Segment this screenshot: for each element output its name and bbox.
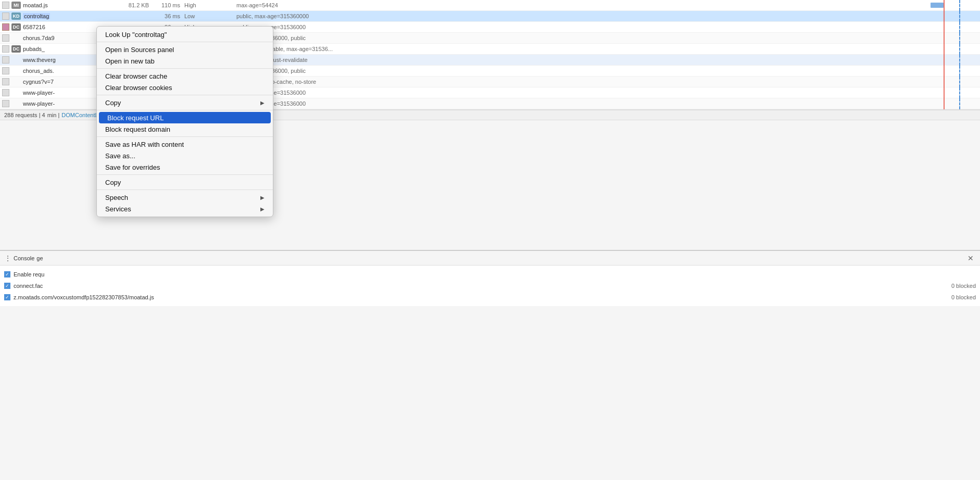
menu-separator-3	[97, 95, 273, 95]
col-waterfall	[928, 55, 980, 66]
blocked-url-0: connect.fac	[14, 283, 43, 289]
menu-item-save-as[interactable]: Save as...	[97, 150, 273, 161]
bottom-panel-header: ⋮ Console ge ✕	[0, 251, 980, 266]
menu-item-save-har[interactable]: Save as HAR with content	[97, 138, 273, 150]
col-cache: public, max-age=31536000	[234, 100, 928, 107]
col-priority: High	[182, 2, 234, 8]
waterfall-red-line	[944, 87, 945, 98]
waterfall-red-line	[944, 33, 945, 44]
menu-item-lookup[interactable]: Look Up "controltag"	[97, 29, 273, 40]
waterfall-blue-dashed	[959, 0, 960, 11]
col-waterfall	[928, 33, 980, 44]
blocked-item-left-0: connect.fac	[4, 283, 43, 289]
close-icon[interactable]: ✕	[968, 254, 974, 262]
col-waterfall	[928, 98, 980, 109]
menu-separator-7	[97, 190, 273, 190]
col-waterfall	[928, 77, 980, 87]
col-name: KD controltag	[0, 12, 115, 20]
badge-kd: KD	[11, 12, 21, 20]
menu-speech-label: Speech	[105, 194, 128, 201]
row-filename: www.theverg	[23, 57, 56, 63]
menu-copy-1-label: Copy	[105, 99, 121, 107]
menu-separator-4	[97, 110, 273, 110]
badge-dc: DC	[11, 23, 21, 31]
blocked-count-0: 0 blocked	[951, 283, 976, 289]
blocked-item-0[interactable]: connect.fac 0 blocked	[4, 280, 976, 292]
row-filename: www-player-	[23, 100, 55, 107]
menu-save-har-label: Save as HAR with content	[105, 141, 184, 148]
table-row[interactable]: KD controltag 36 ms Low public, max-age=…	[0, 11, 980, 22]
table-row[interactable]: MI moatad.js 81.2 KB 110 ms High max-age…	[0, 0, 980, 11]
blocked-count-1: 0 blocked	[951, 294, 976, 300]
menu-item-open-new-tab[interactable]: Open in new tab	[97, 55, 273, 67]
waterfall-blue-dashed	[959, 11, 960, 22]
waterfall-blue-dashed	[959, 66, 960, 77]
file-icon	[2, 45, 9, 53]
row-filename: pubads_	[23, 46, 45, 52]
waterfall-blue-dashed	[959, 33, 960, 44]
menu-item-save-overrides[interactable]: Save for overrides	[97, 161, 273, 173]
row-filename: 6587216	[23, 24, 45, 30]
file-icon	[2, 67, 9, 74]
checkbox-0[interactable]	[4, 283, 10, 289]
app-wrapper: MI moatad.js 81.2 KB 110 ms High max-age…	[0, 0, 980, 480]
waterfall-blue-dashed	[959, 87, 960, 98]
waterfall-blue-dashed	[959, 77, 960, 87]
menu-block-domain-label: Block request domain	[105, 125, 170, 133]
col-cache: public, max-age=315360000	[234, 13, 928, 19]
waterfall-red-line	[944, 0, 945, 11]
menu-item-open-sources[interactable]: Open in Sources panel	[97, 44, 273, 55]
col-cache: max-age=0, must-revalidate	[234, 57, 928, 63]
enable-requests-label: Enable requ	[14, 271, 44, 277]
blocked-item-left: Enable requ	[4, 271, 44, 277]
submenu-arrow-speech: ▶	[260, 195, 265, 200]
file-icon	[2, 89, 9, 96]
menu-item-services[interactable]: Services ▶	[97, 203, 273, 214]
col-cache: max-age=31536000, public	[234, 68, 928, 74]
col-waterfall	[928, 66, 980, 77]
col-cache: max-age=0, no-cache, no-store	[234, 79, 928, 85]
menu-save-overrides-label: Save for overrides	[105, 163, 160, 171]
col-priority: Low	[182, 13, 234, 19]
submenu-arrow-services: ▶	[260, 206, 265, 212]
row-filename: controltag	[23, 13, 50, 19]
menu-item-block-domain[interactable]: Block request domain	[97, 123, 273, 135]
blocked-item-enable-requests: Enable requ	[4, 269, 976, 280]
menu-block-url-label: Block request URL	[107, 114, 164, 122]
waterfall-red-line	[944, 55, 945, 66]
col-cache: max-age=31536000, public	[234, 35, 928, 41]
img-icon	[2, 23, 9, 31]
badge-dc: DC	[11, 45, 21, 53]
waterfall-red-line	[944, 11, 945, 22]
checkbox-enable-requests[interactable]	[4, 271, 10, 277]
blocked-item-1[interactable]: z.moatads.com/voxcustomdfp152282307853/m…	[4, 292, 976, 303]
menu-item-clear-cookies[interactable]: Clear browser cookies	[97, 82, 273, 93]
file-icon	[2, 56, 9, 64]
menu-clear-cache-label: Clear browser cache	[105, 72, 167, 80]
filter-text: ge	[36, 255, 43, 261]
menu-item-copy-2[interactable]: Copy	[97, 176, 273, 188]
waterfall-blue-dashed	[959, 55, 960, 66]
waterfall-red-line	[944, 77, 945, 87]
console-tab-label[interactable]: Console	[14, 255, 34, 261]
waterfall-red-line	[944, 98, 945, 109]
row-filename: chorus_ads.	[23, 68, 54, 74]
menu-lookup-label: Look Up "controltag"	[105, 31, 167, 39]
requests-count: 288 requests | 4	[4, 112, 45, 118]
col-waterfall	[928, 0, 980, 11]
more-options-icon[interactable]: ⋮	[4, 254, 11, 262]
submenu-arrow-copy-1: ▶	[260, 100, 265, 106]
col-cache: public, max-age=31536000	[234, 24, 928, 30]
menu-item-copy-1[interactable]: Copy ▶	[97, 97, 273, 108]
checkbox-1[interactable]	[4, 294, 10, 300]
menu-item-block-url[interactable]: Block request URL	[99, 112, 271, 123]
menu-item-clear-cache[interactable]: Clear browser cache	[97, 70, 273, 82]
waterfall-blue-dashed	[959, 98, 960, 109]
menu-item-speech[interactable]: Speech ▶	[97, 192, 273, 203]
file-icon	[2, 12, 9, 20]
file-icon	[2, 2, 9, 9]
col-waterfall	[928, 11, 980, 22]
bottom-panel-left: ⋮ Console ge	[4, 254, 43, 262]
waterfall-red-line	[944, 66, 945, 77]
col-waterfall	[928, 44, 980, 55]
